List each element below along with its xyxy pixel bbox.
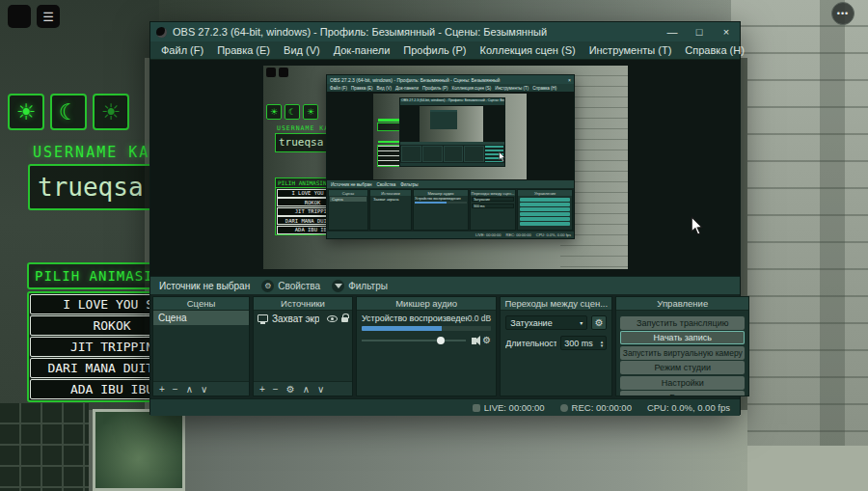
nested-menu-item: Файл (F) <box>330 86 347 91</box>
obs-app-icon <box>156 27 167 38</box>
close-button[interactable]: × <box>713 22 740 41</box>
nested-menu-item: Инструменты (T) <box>495 86 529 91</box>
menu-help[interactable]: Справка (H) <box>678 44 750 56</box>
scenes-panel-title[interactable]: Сцены <box>153 297 249 311</box>
nested-menu-item: Коллекция сцен (S) <box>452 86 492 91</box>
source-toolbar-label: Источник не выбран <box>159 281 250 291</box>
preview-area[interactable]: ☀ ☾ ☀ USERNAME KAM trueqsa PILIH ANIMASI… <box>150 60 740 276</box>
gear-icon: ⚙ <box>261 280 274 292</box>
source-up-button[interactable]: ∧ <box>303 384 310 395</box>
menu-view[interactable]: Вид (V) <box>277 44 327 56</box>
menu-file[interactable]: Файл (F) <box>154 44 210 56</box>
add-source-button[interactable]: + <box>259 384 265 395</box>
mini-moon-toggle-icon: ☾ <box>285 104 300 120</box>
scene-up-button[interactable]: ∧ <box>186 384 193 395</box>
source-item[interactable]: Захват экрана <box>254 311 352 326</box>
add-scene-button[interactable]: + <box>159 384 165 395</box>
spinner-arrows-icon[interactable]: ▴▾ <box>601 340 604 347</box>
nested-menu-bar: Файл (F) Правка (E) Вид (V) Док-панели П… <box>327 84 574 92</box>
duration-spinner[interactable]: 300 ms ▴▾ <box>560 336 607 350</box>
volume-slider[interactable] <box>362 340 466 341</box>
nested-mixer-panel: Микшер аудио Устройство воспроизведения <box>413 189 469 231</box>
rec-status: REC: 00:00:00 <box>560 402 632 413</box>
menu-tools[interactable]: Инструменты (T) <box>583 44 679 56</box>
nested-docks: Сцены Сцена Источники Захват экрана Микш… <box>327 188 574 232</box>
audio-device-label: Устройство воспроизведения <box>362 314 468 323</box>
nested-status-bar: LIVE: 00:00:00 REC: 00:00:00 CPU: 0.0%, … <box>327 232 574 238</box>
volume-slider-handle[interactable] <box>437 337 445 344</box>
nested-source-label: Источник не выбран <box>331 182 371 187</box>
studio-mode-button[interactable]: Режим студии <box>620 361 745 374</box>
nested-title-bar: OBS 27.2.3 (64-bit, windows) - Профиль: … <box>327 75 574 84</box>
mini-platform-logo-icon <box>266 68 276 77</box>
menu-edit[interactable]: Правка (E) <box>210 44 277 56</box>
visibility-eye-icon[interactable] <box>327 315 338 322</box>
m2-preview <box>400 105 504 142</box>
nested-transition-select: Затухание <box>472 197 514 202</box>
nested-control-button <box>520 207 570 211</box>
sources-panel-title[interactable]: Источники <box>254 297 352 311</box>
settings-button[interactable]: Настройки <box>620 376 745 390</box>
scene-item[interactable]: Сцена <box>153 311 249 325</box>
start-virtual-camera-button[interactable]: Запустить виртуальную камеру <box>620 346 745 360</box>
menu-profile[interactable]: Профиль (P) <box>396 44 473 56</box>
source-properties-gear-icon[interactable]: ⚙ <box>286 384 295 395</box>
nested-scene-item: Сцена <box>330 197 366 202</box>
nested-mixer-device: Устройство воспроизведения <box>415 197 467 201</box>
nested-volume-meter <box>415 202 467 204</box>
speaker-icon[interactable] <box>472 338 476 344</box>
transitions-panel-title[interactable]: Переходы между сцен... <box>501 297 611 311</box>
moon-toggle-icon[interactable]: ☾ <box>50 94 87 130</box>
scenes-toolbar: + − ∧ ∨ <box>153 381 249 396</box>
properties-button[interactable]: ⚙ Свойства <box>261 280 320 292</box>
nested-filters-button: Фильтры <box>400 182 418 187</box>
cpu-status: CPU: 0.0%, 0.00 fps <box>647 402 730 413</box>
floor-right <box>731 446 868 491</box>
exit-button[interactable]: Выход <box>620 391 745 396</box>
nested-source-item: Захват экрана <box>371 197 410 202</box>
menu-scene-collection[interactable]: Коллекция сцен (S) <box>474 44 583 56</box>
remove-source-button[interactable]: − <box>273 384 279 395</box>
remove-scene-button[interactable]: − <box>173 384 178 395</box>
shed-door <box>93 409 185 491</box>
filter-icon <box>332 280 344 292</box>
nested-transitions-panel: Переходы между сцен... Затухание 300 ms <box>470 189 516 231</box>
nested-obs-window-level2: OBS 27.2.3 (64-bit, windows) - Профиль: … <box>399 97 505 167</box>
nested-preview-area: OBS 27.2.3 (64-bit, windows) - Профиль: … <box>327 92 574 180</box>
username-label: USERNAME KAM <box>33 144 160 161</box>
nested-obs-window-level3 <box>430 110 457 129</box>
nested-menu-item: Правка (E) <box>351 86 372 91</box>
start-streaming-button[interactable]: Запустить трансляцию <box>620 316 745 330</box>
nested-source-bar: Источник не выбран Свойства Фильтры <box>327 180 574 188</box>
transition-gear-button[interactable]: ⚙ <box>591 315 607 330</box>
platform-logo-icon[interactable] <box>8 5 31 28</box>
controls-panel-title[interactable]: Управление <box>616 297 748 311</box>
lock-icon[interactable] <box>341 317 348 322</box>
source-down-button[interactable]: ∨ <box>317 384 324 395</box>
status-bar: LIVE: 00:00:00 REC: 00:00:00 CPU: 0.0%, … <box>150 398 740 416</box>
scene-down-button[interactable]: ∨ <box>201 384 207 395</box>
maximize-button[interactable]: □ <box>686 22 713 41</box>
sun-toggle-icon[interactable]: ☀ <box>8 94 44 130</box>
nested-scenes-panel: Сцены Сцена <box>328 189 368 231</box>
scenes-list[interactable]: Сцена <box>153 311 249 381</box>
more-options-button[interactable]: ••• <box>831 2 854 25</box>
menu-bar: Файл (F) Правка (E) Вид (V) Док-панели П… <box>150 41 740 60</box>
sun-dim-toggle-icon[interactable]: ☀ <box>93 94 129 130</box>
mini-platform-menu-icon <box>279 68 288 77</box>
sources-list[interactable]: Захват экрана <box>254 311 352 381</box>
platform-menu-icon[interactable]: ☰ <box>37 5 60 28</box>
mixer-panel-title[interactable]: Микшер аудио <box>357 297 496 311</box>
display-capture-icon <box>258 314 268 322</box>
concrete-wall-grooves <box>731 0 868 491</box>
transition-select[interactable]: Затухание ▾ <box>505 315 587 330</box>
filters-button[interactable]: Фильтры <box>332 280 388 292</box>
start-recording-button[interactable]: Начать запись <box>620 331 745 344</box>
menu-docks[interactable]: Док-панели <box>327 44 397 56</box>
m2-panel <box>401 146 421 162</box>
mixer-gear-icon[interactable]: ⚙ <box>482 336 491 345</box>
game-toggle-row: ☀ ☾ ☀ <box>8 94 129 130</box>
nested-close-icon: × <box>568 77 571 83</box>
minimize-button[interactable]: — <box>659 22 686 41</box>
title-bar[interactable]: OBS 27.2.3 (64-bit, windows) - Профиль: … <box>150 22 740 41</box>
